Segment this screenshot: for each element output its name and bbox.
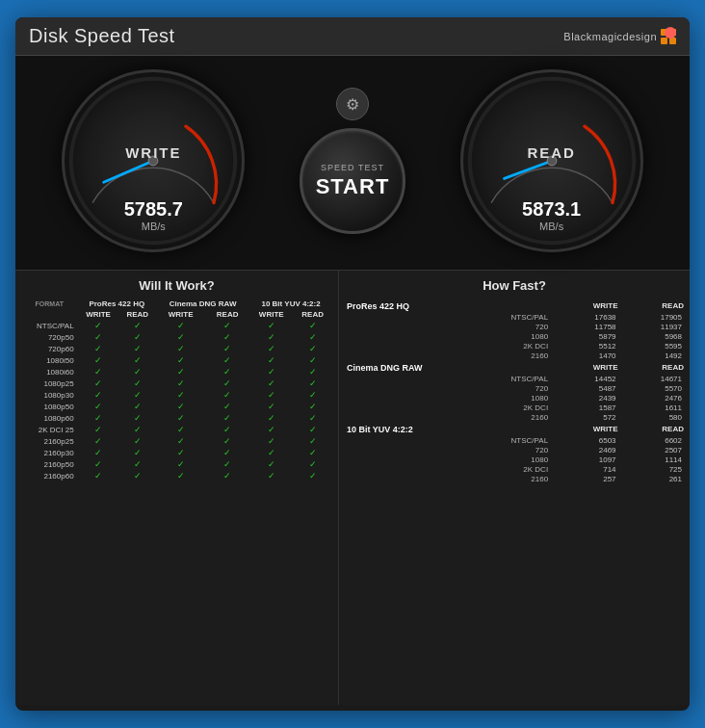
check-icon: ✓ xyxy=(134,459,142,469)
check-icon: ✓ xyxy=(134,425,142,434)
check-cell: ✓ xyxy=(78,412,119,424)
check-icon: ✓ xyxy=(177,332,185,342)
how-fast-panel: How Fast? ProRes 422 HQWRITEREADNTSC/PAL… xyxy=(339,271,690,705)
check-cell: ✓ xyxy=(249,412,293,424)
read-value: 5968 xyxy=(618,331,684,341)
check-cell: ✓ xyxy=(205,424,249,435)
check-cell: ✓ xyxy=(205,401,249,412)
check-cell: ✓ xyxy=(78,458,119,470)
write-value: 11758 xyxy=(552,322,617,331)
how-fast-row: NTSC/PAL1763817905 xyxy=(345,312,684,322)
how-fast-row: 108010971114 xyxy=(345,455,684,464)
check-icon: ✓ xyxy=(177,425,185,434)
check-icon: ✓ xyxy=(177,471,185,481)
prores-write-header: WRITE xyxy=(78,309,119,320)
settings-button[interactable]: ⚙ xyxy=(336,88,369,120)
format-cell: 2160p60 xyxy=(21,470,78,481)
check-cell: ✓ xyxy=(156,389,205,401)
check-cell: ✓ xyxy=(249,366,293,377)
check-icon: ✓ xyxy=(268,367,275,377)
check-cell: ✓ xyxy=(156,401,205,412)
check-icon: ✓ xyxy=(177,413,185,423)
check-icon: ✓ xyxy=(309,425,317,434)
check-icon: ✓ xyxy=(94,459,102,469)
check-cell: ✓ xyxy=(249,320,293,331)
check-icon: ✓ xyxy=(223,390,231,400)
format-label: 2K DCI xyxy=(345,464,552,474)
start-button[interactable]: SPEED TEST START xyxy=(300,128,405,234)
check-icon: ✓ xyxy=(94,355,102,365)
will-it-table: FORMAT ProRes 422 HQ Cinema DNG RAW 10 B… xyxy=(21,299,332,481)
check-cell: ✓ xyxy=(119,435,156,447)
check-icon: ✓ xyxy=(177,355,185,365)
read-col-header: READ xyxy=(618,360,684,374)
how-fast-table: ProRes 422 HQWRITEREADNTSC/PAL1763817905… xyxy=(345,299,684,483)
check-icon: ✓ xyxy=(268,355,275,365)
close-button[interactable] xyxy=(665,27,676,39)
prores-header: ProRes 422 HQ xyxy=(78,299,156,309)
write-value: 5487 xyxy=(552,383,617,393)
check-cell: ✓ xyxy=(78,401,119,412)
yuv-read-header: READ xyxy=(293,309,332,320)
check-cell: ✓ xyxy=(156,366,205,377)
check-icon: ✓ xyxy=(94,367,102,377)
check-icon: ✓ xyxy=(223,355,231,365)
check-icon: ✓ xyxy=(134,367,142,377)
read-value: 2507 xyxy=(618,445,684,455)
how-fast-title: How Fast? xyxy=(345,278,684,293)
will-it-row: 2160p25✓✓✓✓✓✓ xyxy=(21,435,332,447)
how-fast-row: 2160257261 xyxy=(345,474,684,483)
check-cell: ✓ xyxy=(249,401,293,412)
check-cell: ✓ xyxy=(156,447,205,458)
check-cell: ✓ xyxy=(78,343,119,354)
write-gauge-inner: WRITE 5785.7 MB/s xyxy=(124,72,183,249)
check-cell: ✓ xyxy=(78,354,119,366)
check-cell: ✓ xyxy=(205,389,249,401)
check-icon: ✓ xyxy=(94,448,102,457)
read-gauge: READ 5873.1 MB/s xyxy=(460,69,643,252)
check-cell: ✓ xyxy=(293,435,332,447)
check-cell: ✓ xyxy=(156,331,205,343)
will-it-row: 1080p30✓✓✓✓✓✓ xyxy=(21,389,332,401)
group-header-row: Cinema DNG RAWWRITEREAD xyxy=(345,360,684,374)
check-icon: ✓ xyxy=(134,471,142,481)
will-it-work-panel: Will It Work? FORMAT ProRes 422 HQ Cinem… xyxy=(15,271,339,705)
speed-test-label: SPEED TEST xyxy=(321,163,384,172)
format-cell: 1080p50 xyxy=(21,401,78,412)
check-cell: ✓ xyxy=(78,424,119,435)
format-label: NTSC/PAL xyxy=(345,312,552,322)
dng-write-header: WRITE xyxy=(156,309,205,320)
data-section: Will It Work? FORMAT ProRes 422 HQ Cinem… xyxy=(15,270,690,705)
check-icon: ✓ xyxy=(134,413,142,423)
check-icon: ✓ xyxy=(177,390,185,400)
check-cell: ✓ xyxy=(205,354,249,366)
format-label: 2160 xyxy=(345,351,552,360)
check-icon: ✓ xyxy=(268,390,275,400)
check-icon: ✓ xyxy=(94,332,102,342)
group-label: ProRes 422 HQ xyxy=(345,299,552,312)
check-cell: ✓ xyxy=(249,435,293,447)
check-icon: ✓ xyxy=(223,344,231,353)
check-cell: ✓ xyxy=(119,331,156,343)
check-icon: ✓ xyxy=(134,355,142,365)
write-col-header: WRITE xyxy=(552,422,617,435)
check-icon: ✓ xyxy=(94,321,102,330)
will-it-row: 720p60✓✓✓✓✓✓ xyxy=(21,343,332,354)
start-label: START xyxy=(316,174,390,199)
yuv-header: 10 Bit YUV 4:2:2 xyxy=(249,299,332,309)
check-icon: ✓ xyxy=(94,436,102,446)
check-cell: ✓ xyxy=(293,366,332,377)
check-icon: ✓ xyxy=(134,436,142,446)
check-icon: ✓ xyxy=(268,378,275,388)
how-fast-row: 216014701492 xyxy=(345,351,684,360)
check-icon: ✓ xyxy=(223,425,231,434)
check-icon: ✓ xyxy=(309,413,317,423)
check-cell: ✓ xyxy=(78,435,119,447)
format-cell: 1080i50 xyxy=(21,354,78,366)
check-icon: ✓ xyxy=(94,402,102,411)
check-cell: ✓ xyxy=(156,435,205,447)
group-label: Cinema DNG RAW xyxy=(345,360,552,374)
check-icon: ✓ xyxy=(223,459,231,469)
brand-name: Blackmagicdesign xyxy=(563,31,657,42)
check-cell: ✓ xyxy=(293,389,332,401)
